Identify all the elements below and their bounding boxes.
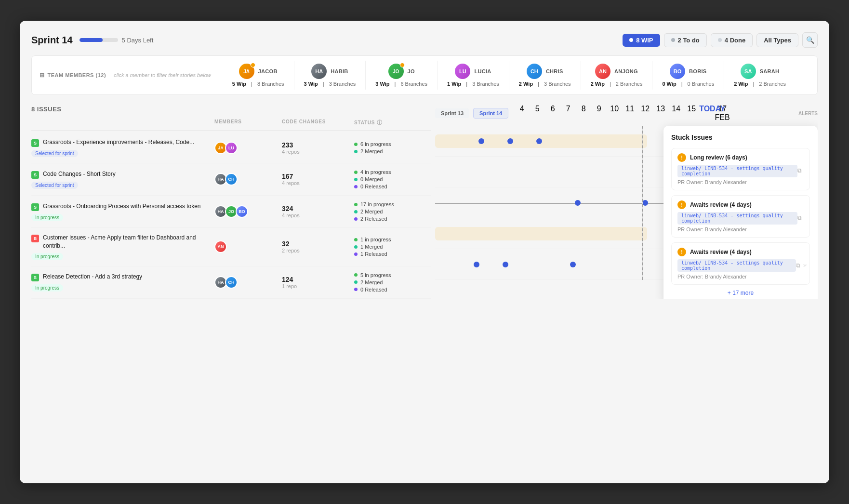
wip-badge[interactable]: 8 WIP bbox=[623, 34, 660, 47]
status-cell-1: 6 in progress 2 Merged bbox=[354, 141, 431, 154]
warning-icon-2: ! bbox=[677, 200, 686, 209]
date-13: 13 bbox=[653, 105, 668, 122]
date-15: 15 bbox=[684, 105, 699, 122]
grid-icon: ⊞ bbox=[40, 72, 45, 79]
member-name-lucia: LUCIA bbox=[474, 68, 491, 74]
copy-icon-2[interactable]: ⧉ bbox=[797, 214, 804, 222]
timeline-dot-1b bbox=[507, 138, 513, 144]
member-stats-jo: 3 Wip | 6 Branches bbox=[375, 81, 427, 87]
date-17feb: 17 FEB bbox=[715, 105, 730, 122]
date-6: 6 bbox=[545, 105, 560, 122]
member-name-jacob: JACOB bbox=[258, 68, 278, 74]
stuck-item-header-2: ! Awaits review (4 days) bbox=[677, 200, 804, 209]
date-12: 12 bbox=[637, 105, 653, 122]
code-changes-5: 124 1 repo bbox=[282, 276, 354, 289]
issue-title-row-4: B Customer issues - Acme Apply team filt… bbox=[31, 234, 214, 250]
stuck-link-3[interactable]: linweb/ LINB-534 - settings quality comp… bbox=[677, 259, 796, 272]
issue-title-3: Grassroots - Onboarding Process with Per… bbox=[43, 202, 200, 211]
stuck-link-2[interactable]: linweb/ LINB-534 - settings quality comp… bbox=[677, 212, 797, 225]
status-cell-5: 5 in progress 2 Merged 0 Released bbox=[354, 272, 431, 292]
stuck-link-row-1: linweb/ LINB-534 - settings quality comp… bbox=[677, 165, 804, 177]
today-line bbox=[642, 126, 643, 280]
members-cell-5: HA CH bbox=[214, 276, 282, 289]
stuck-item-header-3: ! Awaits review (4 days) bbox=[677, 248, 804, 256]
header: Sprint 14 5 Days Left 8 WIP 2 To do 4 Do… bbox=[31, 32, 818, 48]
code-changes-4: 32 2 repos bbox=[282, 240, 354, 253]
date-5: 5 bbox=[530, 105, 545, 122]
timeline-line-3 bbox=[435, 203, 666, 204]
avatar-habib: HA bbox=[311, 64, 327, 79]
member-stats-lucia: 1 Wip | 3 Branches bbox=[447, 81, 499, 87]
timeline-bar-4 bbox=[435, 227, 647, 240]
avatar-jacob: JA bbox=[239, 64, 254, 79]
stuck-issues-panel: Stuck Issues ! Long review (6 days) linw… bbox=[663, 126, 818, 299]
issues-table-header: MEMBERS CODE CHANGES STATUS ⓘ bbox=[31, 119, 431, 131]
member-card-jo[interactable]: JO JO 3 Wip | 6 Branches bbox=[366, 61, 438, 90]
issue-badge-4: In progress bbox=[31, 253, 63, 260]
members-cell-1: JA LU bbox=[214, 142, 282, 154]
issue-badge-3: In progress bbox=[31, 214, 63, 221]
member-card-jacob[interactable]: JA JACOB 5 Wip | 8 Branches bbox=[223, 61, 294, 90]
issues-panel: 8 ISSUES MEMBERS CODE CHANGES STATUS ⓘ S… bbox=[31, 105, 431, 299]
timeline-dot-3a bbox=[575, 200, 581, 206]
member-mini-chris-5: CH bbox=[225, 276, 238, 289]
member-name-jo: JO bbox=[408, 68, 415, 74]
members-cell-4: AN bbox=[214, 240, 282, 253]
search-icon: 🔍 bbox=[806, 36, 814, 44]
issue-info-3: S Grassroots - Onboarding Process with P… bbox=[31, 202, 214, 221]
member-avatar-row: JA JACOB bbox=[239, 64, 278, 79]
todo-badge[interactable]: 2 To do bbox=[664, 33, 707, 47]
date-9: 9 bbox=[591, 105, 607, 122]
stuck-issue-title-2: Awaits review (4 days) bbox=[690, 201, 752, 208]
members-cell-2: HA CH bbox=[214, 173, 282, 186]
member-card-chris[interactable]: CH CHRIS 2 Wip | 3 Branches bbox=[509, 61, 581, 90]
avatar-lucia: LU bbox=[455, 64, 470, 79]
issue-title-5: Release Detection - Add a 3rd strategy bbox=[43, 273, 142, 281]
status-cell-3: 17 in progress 2 Merged 2 Released bbox=[354, 201, 431, 222]
copy-icon-3[interactable]: ⧉ ☞ bbox=[796, 262, 804, 269]
progress-bar-container: 5 Days Left bbox=[80, 37, 154, 44]
done-badge[interactable]: 4 Done bbox=[711, 33, 753, 47]
date-today: TODAY bbox=[699, 105, 715, 122]
sprint-13-label: Sprint 13 bbox=[435, 108, 469, 118]
more-stuck-link[interactable]: + 17 more bbox=[671, 290, 810, 296]
member-card-sarah[interactable]: SA SARAH 2 Wip | 2 Branches bbox=[724, 61, 796, 90]
header-right: 8 WIP 2 To do 4 Done All Types 🔍 bbox=[623, 32, 818, 48]
member-stats-sarah: 2 Wip | 2 Branches bbox=[734, 81, 786, 87]
issue-title-row-1: S Grassroots - Experience improvements -… bbox=[31, 138, 214, 147]
member-name-chris: CHRIS bbox=[546, 68, 563, 74]
member-mini-lucia-1: LU bbox=[225, 142, 238, 154]
member-name-boris: BORIS bbox=[689, 68, 706, 74]
search-button[interactable]: 🔍 bbox=[802, 32, 818, 48]
warning-icon-3: ! bbox=[677, 248, 686, 256]
code-changes-2: 167 4 repos bbox=[282, 172, 354, 186]
all-types-label: All Types bbox=[764, 37, 791, 44]
avatar-boris: BO bbox=[670, 64, 685, 79]
wip-label: 8 WIP bbox=[636, 37, 653, 44]
issue-type-story-3: S bbox=[31, 203, 39, 211]
copy-icon-1[interactable]: ⧉ bbox=[797, 167, 804, 175]
member-card-boris[interactable]: BO BORIS 0 Wip | 0 Branches bbox=[652, 61, 724, 90]
member-card-habib[interactable]: HA HABIB 3 Wip | 3 Branches bbox=[294, 61, 366, 90]
member-stats-habib: 3 Wip | 3 Branches bbox=[304, 81, 356, 87]
header-left: Sprint 14 5 Days Left bbox=[31, 35, 153, 46]
issue-row-2: S Code Changes - Short Story Selected fo… bbox=[31, 163, 431, 196]
stuck-issue-title-3: Awaits review (4 days) bbox=[690, 249, 752, 255]
timeline-dot-1c bbox=[536, 138, 542, 144]
date-14: 14 bbox=[668, 105, 684, 122]
issue-info-5: S Release Detection - Add a 3rd strategy… bbox=[31, 273, 214, 292]
member-mini-anjong-4: AN bbox=[214, 240, 227, 253]
member-card-anjong[interactable]: AN ANJONG 2 Wip | 2 Branches bbox=[581, 61, 653, 90]
issue-title-1: Grassroots - Experience improvements - R… bbox=[43, 138, 194, 146]
stuck-panel-title: Stuck Issues bbox=[671, 133, 810, 141]
members-list: JA JACOB 5 Wip | 8 Branches HA HABIB bbox=[223, 61, 809, 90]
member-avatar-row-lucia: LU LUCIA bbox=[455, 64, 491, 79]
member-name-sarah: SARAH bbox=[760, 68, 780, 74]
member-card-lucia[interactable]: LU LUCIA 1 Wip | 3 Branches bbox=[438, 61, 509, 90]
issue-type-story-2: S bbox=[31, 171, 39, 179]
issue-info-4: B Customer issues - Acme Apply team filt… bbox=[31, 234, 214, 260]
member-avatar-row-jo: JO JO bbox=[388, 64, 415, 79]
all-types-badge[interactable]: All Types bbox=[756, 33, 798, 47]
stuck-link-1[interactable]: linweb/ LINB-534 - settings quality comp… bbox=[677, 165, 797, 177]
avatar-chris: CH bbox=[527, 64, 542, 79]
